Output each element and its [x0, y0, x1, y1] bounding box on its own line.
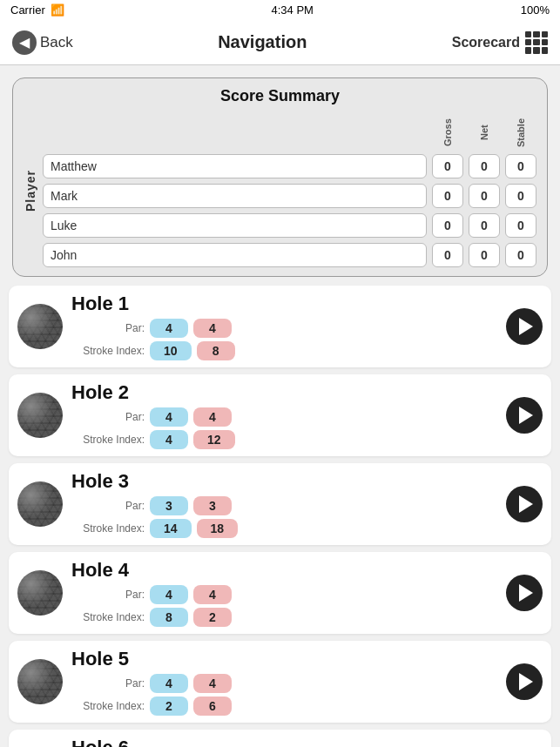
- play-button[interactable]: [506, 486, 543, 522]
- stable-score: 0: [505, 213, 536, 238]
- par-blue[interactable]: 4: [150, 674, 188, 693]
- hole-info: Hole 2 Par: 4 4 Stroke Index: 4 12: [71, 381, 497, 449]
- play-button[interactable]: [506, 575, 543, 611]
- si-pink[interactable]: 2: [193, 608, 232, 627]
- si-row: Stroke Index: 4 12: [71, 430, 497, 449]
- play-triangle-icon: [519, 318, 533, 335]
- si-row: Stroke Index: 10 8: [71, 341, 497, 360]
- stable-score: 0: [505, 184, 536, 208]
- gross-score: 0: [432, 243, 463, 267]
- gross-score: 0: [432, 213, 463, 238]
- si-pink[interactable]: 6: [193, 697, 232, 716]
- hole-item: Hole 4 Par: 4 4 Stroke Index: 8 2: [9, 552, 551, 634]
- wifi-icon: 📶: [51, 3, 64, 17]
- net-header: Net: [469, 114, 500, 151]
- score-table: Player Gross Net Stable 0 0 0 0 0 0 0 0 …: [24, 114, 536, 267]
- score-summary-panel: Score Summary Player Gross Net Stable 0 …: [12, 77, 548, 277]
- golf-ball-icon: [17, 393, 63, 438]
- par-blue[interactable]: 4: [150, 585, 188, 604]
- time-label: 4:34 PM: [272, 3, 314, 17]
- par-label: Par:: [71, 500, 145, 512]
- par-pink[interactable]: 4: [193, 674, 232, 693]
- hole-stats: Par: 3 3 Stroke Index: 14 18: [71, 496, 497, 538]
- net-score: 0: [469, 213, 500, 238]
- stable-score: 0: [505, 243, 536, 267]
- play-triangle-icon: [519, 673, 533, 690]
- hole-info: Hole 3 Par: 3 3 Stroke Index: 14 18: [71, 470, 497, 538]
- golf-ball-icon: [17, 659, 63, 704]
- si-blue[interactable]: 2: [150, 697, 188, 716]
- hole-name: Hole 2: [71, 381, 497, 404]
- status-bar: Carrier 📶 4:34 PM 100%: [0, 0, 560, 20]
- play-button[interactable]: [506, 397, 543, 434]
- hole-stats: Par: 4 4 Stroke Index: 8 2: [71, 585, 497, 627]
- scorecard-grid-icon: [525, 31, 548, 54]
- play-triangle-icon: [519, 495, 533, 513]
- hole-item: Hole 3 Par: 3 3 Stroke Index: 14 18: [9, 463, 551, 545]
- play-triangle-icon: [519, 407, 533, 424]
- play-button[interactable]: [506, 663, 543, 700]
- par-row: Par: 3 3: [71, 496, 497, 515]
- si-pink[interactable]: 18: [197, 519, 239, 538]
- par-blue[interactable]: 4: [150, 319, 188, 338]
- player-name-field[interactable]: [43, 243, 427, 267]
- si-label: Stroke Index:: [71, 611, 145, 623]
- hole-stats: Par: 4 4 Stroke Index: 4 12: [71, 407, 497, 449]
- si-row: Stroke Index: 8 2: [71, 608, 497, 627]
- player-row: 0 0 0: [43, 154, 536, 178]
- si-blue[interactable]: 14: [150, 519, 192, 538]
- back-chevron-icon: ◀: [12, 30, 37, 55]
- net-score: 0: [469, 154, 500, 178]
- si-blue[interactable]: 4: [150, 430, 188, 449]
- par-pink[interactable]: 4: [193, 585, 232, 604]
- par-pink[interactable]: 4: [193, 319, 232, 338]
- score-rows: Gross Net Stable 0 0 0 0 0 0 0 0 0 0 0 0: [43, 114, 536, 267]
- par-row: Par: 4 4: [71, 585, 497, 604]
- hole-name: Hole 5: [71, 648, 497, 670]
- golf-ball-icon: [17, 570, 63, 616]
- hole-item: Hole 1 Par: 4 4 Stroke Index: 10 8: [9, 286, 551, 367]
- hole-item: Hole 5 Par: 4 4 Stroke Index: 2 6: [9, 641, 551, 723]
- si-pink[interactable]: 8: [197, 341, 235, 360]
- par-label: Par:: [71, 411, 145, 423]
- hole-info: Hole 6 Par: 5 5 Stroke Index: 12 10: [71, 737, 497, 747]
- par-label: Par:: [71, 322, 145, 334]
- player-name-field[interactable]: [43, 154, 427, 178]
- hole-stats: Par: 4 4 Stroke Index: 2 6: [71, 674, 497, 716]
- si-row: Stroke Index: 14 18: [71, 519, 497, 538]
- gross-score: 0: [432, 154, 463, 178]
- par-blue[interactable]: 4: [150, 407, 188, 427]
- hole-item: Hole 6 Par: 5 5 Stroke Index: 12 10: [9, 730, 551, 747]
- player-row: 0 0 0: [43, 213, 536, 238]
- score-summary-title: Score Summary: [24, 87, 536, 105]
- nav-title: Navigation: [218, 32, 307, 52]
- par-pink[interactable]: 4: [193, 407, 232, 427]
- player-name-field[interactable]: [43, 184, 427, 208]
- hole-list: Hole 1 Par: 4 4 Stroke Index: 10 8 Hole …: [0, 286, 560, 747]
- si-blue[interactable]: 10: [150, 341, 192, 360]
- nav-bar: ◀ Back Navigation Scorecard: [0, 20, 560, 65]
- scorecard-label: Scorecard: [452, 35, 520, 50]
- golf-ball-icon: [17, 304, 63, 349]
- score-column-headers: Gross Net Stable: [43, 114, 536, 151]
- play-triangle-icon: [519, 584, 533, 602]
- play-button[interactable]: [506, 308, 543, 345]
- par-pink[interactable]: 3: [193, 496, 232, 515]
- par-row: Par: 4 4: [71, 319, 497, 338]
- si-blue[interactable]: 8: [150, 608, 188, 627]
- gross-header: Gross: [432, 114, 463, 151]
- hole-stats: Par: 4 4 Stroke Index: 10 8: [71, 319, 497, 360]
- par-blue[interactable]: 3: [150, 496, 188, 515]
- hole-info: Hole 4 Par: 4 4 Stroke Index: 8 2: [71, 559, 497, 627]
- player-row: 0 0 0: [43, 243, 536, 267]
- player-row: 0 0 0: [43, 184, 536, 208]
- si-pink[interactable]: 12: [193, 430, 235, 449]
- player-name-field[interactable]: [43, 213, 427, 238]
- stable-header: Stable: [505, 114, 536, 151]
- back-button[interactable]: ◀ Back: [12, 30, 73, 55]
- scorecard-button[interactable]: Scorecard: [452, 31, 548, 54]
- par-label: Par:: [71, 589, 145, 601]
- par-row: Par: 4 4: [71, 407, 497, 427]
- gross-score: 0: [432, 184, 463, 208]
- battery-label: 100%: [521, 3, 550, 17]
